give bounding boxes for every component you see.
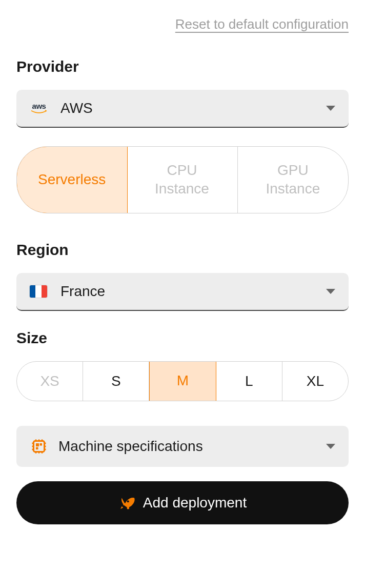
size-option-xs[interactable]: XS [17, 362, 83, 401]
flag-france-icon [30, 285, 54, 298]
reset-link[interactable]: Reset to default configuration [16, 16, 349, 32]
svg-rect-3 [36, 447, 38, 449]
add-deployment-label: Add deployment [143, 495, 247, 511]
svg-rect-1 [36, 443, 39, 446]
instance-type-tabs: Serverless CPU Instance GPU Instance [16, 146, 349, 213]
provider-title: Provider [16, 58, 349, 75]
provider-selected-label: AWS [60, 100, 326, 116]
aws-logo-icon: aws [30, 102, 54, 115]
region-selected-label: France [60, 283, 326, 300]
machine-specifications-toggle[interactable]: Machine specifications [16, 426, 349, 467]
tab-label-line2: Instance [155, 180, 209, 198]
size-options: XS S M L XL [16, 361, 349, 401]
region-title: Region [16, 241, 349, 259]
tab-label-line1: GPU [277, 161, 309, 180]
tab-serverless[interactable]: Serverless [16, 146, 128, 213]
chevron-down-icon [326, 106, 335, 111]
tab-label-line1: CPU [167, 161, 197, 180]
tab-gpu-instance[interactable]: GPU Instance [238, 147, 348, 213]
tab-label-line2: Instance [266, 180, 320, 198]
rocket-icon [118, 495, 135, 511]
region-dropdown[interactable]: France [16, 273, 349, 311]
size-option-l[interactable]: L [216, 362, 282, 401]
svg-rect-2 [40, 443, 43, 446]
chip-icon [30, 437, 48, 456]
size-option-s[interactable]: S [83, 362, 149, 401]
tab-label: Serverless [38, 170, 106, 189]
add-deployment-button[interactable]: Add deployment [16, 481, 349, 524]
size-title: Size [16, 329, 349, 347]
size-option-xl[interactable]: XL [282, 362, 348, 401]
svg-point-16 [127, 500, 129, 502]
tab-cpu-instance[interactable]: CPU Instance [127, 147, 237, 213]
machine-spec-label: Machine specifications [58, 438, 326, 455]
chevron-down-icon [326, 444, 335, 449]
provider-dropdown[interactable]: aws AWS [16, 90, 349, 128]
chevron-down-icon [326, 289, 335, 294]
size-option-m[interactable]: M [149, 361, 216, 401]
